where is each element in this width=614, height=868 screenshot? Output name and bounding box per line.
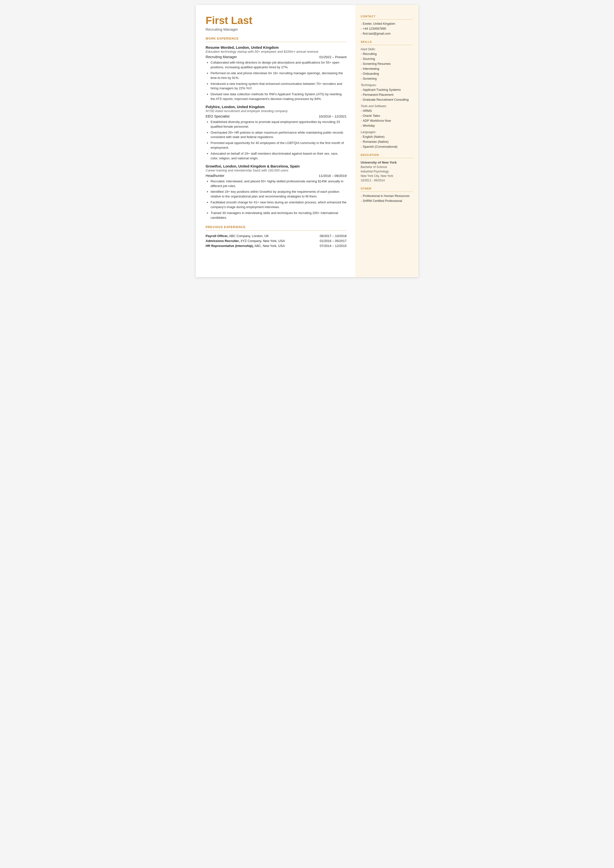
prev-job-3-rest: ABC, New York, USA: [254, 244, 285, 248]
skill-recruiting: Recruiting: [361, 52, 413, 56]
technique-placement: Permanent Placement: [361, 93, 413, 97]
skill-interviewing: Interviewing: [361, 67, 413, 71]
tools-label: Tools and Software:: [361, 104, 413, 108]
job-3: Growthsi, London, United Kingdom & Barce…: [206, 164, 347, 220]
role-1-title: Recruiting Manager: [206, 55, 237, 59]
role-3-title: Headhunter: [206, 174, 225, 178]
skill-screening-resumes: Screening Resumes: [361, 62, 413, 66]
applicant-name: First Last: [206, 15, 347, 26]
job-1-bullet-3: Introduced a new tracking system that en…: [211, 82, 347, 91]
prev-job-2-bold: Admissions Recruiter,: [206, 239, 240, 243]
job-3-bullet-2: Identified 19+ key positions within Grow…: [211, 189, 347, 199]
prev-job-2: Admissions Recruiter, XYZ Company, New Y…: [206, 239, 347, 243]
skill-screening: Screening: [361, 77, 413, 81]
job-1: Resume Worded, London, United Kingdom Ed…: [206, 45, 347, 101]
job-1-bullets: Collaborated with hiring directors to de…: [206, 61, 347, 101]
tool-adp: ADP Workforce Now: [361, 119, 413, 123]
skill-sourcing: Sourcing: [361, 57, 413, 61]
prev-job-3-left: HR Representative (Internship), ABC, New…: [206, 244, 285, 248]
work-experience-header: WORK EXPERIENCE: [206, 37, 347, 40]
role-1-dates: 01/2022 – Present: [319, 55, 346, 59]
job-3-bullet-1: Recruited, interviewed, and placed 50+ h…: [211, 179, 347, 189]
role-3-row: Headhunter 11/2018 – 09/2019: [206, 174, 347, 178]
applicant-title: Recruiting Manager: [206, 27, 347, 31]
prev-job-3: HR Representative (Internship), ABC, New…: [206, 244, 347, 248]
edu-school: University of New York: [361, 161, 413, 164]
job-2-bullet-2: Overhauled 29+ HR policies to attain max…: [211, 130, 347, 140]
other-header: OTHER: [361, 187, 413, 190]
prev-experience-header: PREVIOUS EXPERIENCE: [206, 225, 347, 229]
left-column: First Last Recruiting Manager WORK EXPER…: [196, 5, 355, 277]
edu-dates: 10/2011 - 06/2014: [361, 178, 413, 183]
role-3-dates: 11/2018 – 09/2019: [319, 174, 347, 178]
job-3-bullet-3: Facilitated smooth change for 41+ new hi…: [211, 200, 347, 210]
edu-field: Industrial Psychology: [361, 169, 413, 174]
other-item-1: Professional in Human Resources: [361, 194, 413, 198]
prev-job-1-rest: ABC Company, London, UK: [228, 234, 269, 238]
company-1-bold: Resume Worded,: [206, 45, 235, 50]
skills-header: SKILLS: [361, 40, 413, 43]
skills-divider: [361, 45, 413, 45]
language-spanish: Spanish (Conversational): [361, 145, 413, 149]
tool-oracle: Oracle Taleo: [361, 114, 413, 118]
job-1-bullet-4: Devised new data collection methods for …: [211, 92, 347, 101]
job-2-bullet-4: Advocated on behalf of 19+ staff members…: [211, 151, 347, 161]
education-header: EDUCATION: [361, 154, 413, 156]
prev-job-1-bold: Payroll Officer,: [206, 234, 228, 238]
job-1-bullet-2: Performed on-site and phone interviews f…: [211, 71, 347, 81]
contact-phone: +44 1234567890: [361, 27, 413, 31]
hard-skills-label: Hard Skills:: [361, 48, 413, 51]
technique-ats: Applicant Tracking Systems: [361, 88, 413, 92]
company-2-desc: NYSE-listed recruitment and employer bra…: [206, 109, 347, 113]
company-1-name: Resume Worded, London, United Kingdom: [206, 45, 347, 50]
company-2-bold: Polyhire,: [206, 105, 221, 109]
languages-label: Languages:: [361, 130, 413, 134]
job-2-bullets: Established diversity programs to promot…: [206, 120, 347, 161]
prev-job-1-left: Payroll Officer, ABC Company, London, UK: [206, 234, 269, 238]
education-divider: [361, 158, 413, 158]
job-1-bullet-1: Collaborated with hiring directors to de…: [211, 61, 347, 70]
prev-job-1-dates: 06/2017 – 10/2018: [320, 234, 346, 238]
company-3-bold: Growthsi,: [206, 164, 222, 168]
tool-hrms: HRMS: [361, 109, 413, 113]
company-3-name: Growthsi, London, United Kingdom & Barce…: [206, 164, 347, 168]
resume-container: First Last Recruiting Manager WORK EXPER…: [196, 5, 419, 277]
prev-job-2-rest: XYZ Company, New York, USA: [240, 239, 285, 243]
prev-job-1: Payroll Officer, ABC Company, London, UK…: [206, 234, 347, 238]
role-1-row: Recruiting Manager 01/2022 – Present: [206, 55, 347, 59]
company-1-desc: Education technology startup with 50+ em…: [206, 50, 347, 53]
role-2-dates: 10/2019 – 12/2021: [319, 115, 347, 118]
contact-header: CONTACT: [361, 15, 413, 18]
skill-onboarding: Onboarding: [361, 72, 413, 76]
prev-job-3-bold: HR Representative (Internship),: [206, 244, 254, 248]
company-3-rest: London, United Kingdom & Barcelona, Spai…: [222, 164, 299, 168]
role-2-row: EEO Specialist 10/2019 – 12/2021: [206, 114, 347, 118]
prev-job-2-dates: 01/2016 – 05/2017: [320, 239, 346, 243]
other-divider: [361, 191, 413, 192]
right-column: CONTACT Exeter, United Kingdom +44 12345…: [355, 5, 419, 277]
contact-divider: [361, 19, 413, 20]
role-2-title: EEO Specialist: [206, 114, 230, 118]
prev-experience-divider: [206, 230, 347, 231]
technique-grad-recruitment: Graduate Recruitment Consulting: [361, 98, 413, 102]
company-2-name: Polyhire, London, United Kingdom: [206, 105, 347, 109]
other-item-2: SHRM Certified Professional: [361, 199, 413, 203]
company-1-rest: London, United Kingdom: [235, 45, 279, 50]
prev-job-2-left: Admissions Recruiter, XYZ Company, New Y…: [206, 239, 285, 243]
tool-workday: Workday: [361, 124, 413, 128]
techniques-label: Techniques:: [361, 83, 413, 87]
job-3-bullet-4: Trained 30 managers in interviewing skil…: [211, 211, 347, 220]
job-3-bullets: Recruited, interviewed, and placed 50+ h…: [206, 179, 347, 220]
prev-job-3-dates: 07/2014 – 12/2015: [320, 244, 346, 248]
contact-address: Exeter, United Kingdom: [361, 22, 413, 26]
edu-location: New York City, New York: [361, 174, 413, 178]
company-2-rest: London, United Kingdom: [221, 105, 265, 109]
job-2-bullet-3: Promoted equal opportunity for 40 employ…: [211, 141, 347, 150]
job-2: Polyhire, London, United Kingdom NYSE-li…: [206, 105, 347, 161]
language-romanian: Romanian (Native): [361, 140, 413, 144]
edu-degree: Bachelor of Science: [361, 165, 413, 169]
job-2-bullet-1: Established diversity programs to promot…: [211, 120, 347, 129]
company-3-desc: Career training and membership SaaS with…: [206, 169, 347, 172]
contact-email: first.last@gmail.com: [361, 32, 413, 36]
language-english: English (Native): [361, 135, 413, 139]
